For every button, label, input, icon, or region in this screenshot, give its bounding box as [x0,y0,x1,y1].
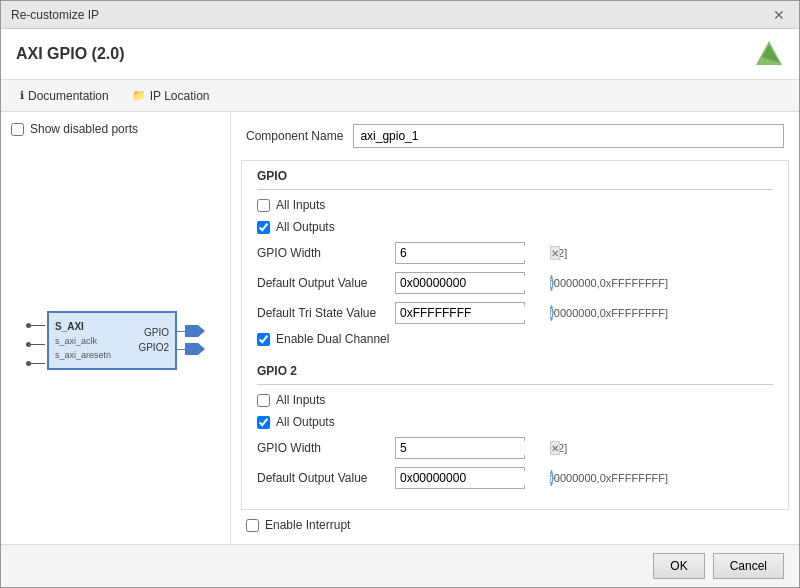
comp-name-row: Component Name [231,112,799,160]
default-output-info-icon[interactable]: i [550,275,553,291]
ip-location-button[interactable]: 📁 IP Location [128,87,214,105]
enable-interrupt-checkbox[interactable] [246,519,259,532]
gpio-all-outputs-checkbox[interactable] [257,221,270,234]
comp-name-label: Component Name [246,129,343,143]
aclk-connector [26,342,45,347]
enable-interrupt-section: Enable Interrupt [231,510,799,544]
gpio-all-inputs-row: All Inputs [257,198,773,212]
gpio2-all-inputs-row: All Inputs [257,393,773,407]
aresetn-connector [26,361,45,366]
toolbar: ℹ Documentation 📁 IP Location [1,80,799,112]
left-panel: Show disabled ports [1,112,231,544]
window-title: Re-customize IP [11,8,99,22]
gpio2-default-output-info-icon[interactable]: i [550,470,553,486]
gpio-width-input-wrapper: ✕ [395,242,525,264]
gpio2-all-inputs-checkbox[interactable] [257,394,270,407]
gpio2-width-input[interactable] [400,441,550,455]
default-output-label: Default Output Value [257,276,387,290]
gpio-all-inputs-checkbox[interactable] [257,199,270,212]
title-bar: Re-customize IP ✕ [1,1,799,29]
h-line-2 [31,344,45,345]
gpio-width-label: GPIO Width [257,246,387,260]
main-window: Re-customize IP ✕ AXI GPIO (2.0) ℹ Docum… [0,0,800,588]
right-connectors [177,325,205,355]
gpio2-all-outputs-checkbox[interactable] [257,416,270,429]
gpio2-default-output-range: [0x00000000,0xFFFFFFFF] [533,472,668,484]
aclk-label: s_axi_aclk [55,336,111,346]
documentation-button[interactable]: ℹ Documentation [16,87,113,105]
gpio2-default-output-input[interactable] [400,471,550,485]
s-axi-label: S_AXI [55,321,111,332]
ip-block-wrapper: S_AXI s_axi_aclk s_axi_aresetn GPIO GPIO… [26,311,205,370]
arrow-right-1 [185,325,205,337]
gpio-all-inputs-label: All Inputs [276,198,325,212]
arrow-right-2 [185,343,205,355]
default-tri-input-wrapper: i [395,302,525,324]
show-ports-label: Show disabled ports [30,122,138,136]
header-section: AXI GPIO (2.0) [1,29,799,80]
enable-dual-label: Enable Dual Channel [276,332,389,346]
ip-location-label: IP Location [150,89,210,103]
enable-dual-row: Enable Dual Channel [257,332,773,346]
gpio2-section-header: GPIO 2 [257,356,773,385]
s-axi-connector [26,323,45,328]
ip-block-inner: S_AXI s_axi_aclk s_axi_aresetn GPIO GPIO… [55,321,169,360]
close-button[interactable]: ✕ [769,7,789,23]
gpio2-all-outputs-row: All Outputs [257,415,773,429]
arrow-line-2 [177,349,185,350]
comp-name-input[interactable] [353,124,784,148]
app-logo [754,39,784,69]
left-ports: S_AXI s_axi_aclk s_axi_aresetn [55,321,111,360]
h-line-1 [31,325,45,326]
config-panel: GPIO All Inputs All Outputs GPIO Width ✕… [241,160,789,510]
arrow-line-1 [177,331,185,332]
gpio-port: GPIO [144,327,169,338]
gpio2-default-output-label: Default Output Value [257,471,387,485]
gpio-port-label: GPIO [144,327,169,338]
documentation-label: Documentation [28,89,109,103]
default-output-range: [0x00000000,0xFFFFFFFF] [533,277,668,289]
gpio2-port-label: GPIO2 [138,342,169,353]
default-tri-label: Default Tri State Value [257,306,387,320]
gpio-arrow [177,325,205,337]
gpio2-all-inputs-label: All Inputs [276,393,325,407]
gpio2-width-clear-btn[interactable]: ✕ [550,441,560,455]
footer: OK Cancel [1,544,799,587]
default-tri-row: Default Tri State Value i [0x00000000,0x… [257,302,773,324]
gpio-section-header: GPIO [257,161,773,190]
aresetn-label: s_axi_aresetn [55,350,111,360]
gpio2-default-output-input-wrapper: i [395,467,525,489]
app-title: AXI GPIO (2.0) [16,45,124,63]
show-ports-checkbox[interactable] [11,123,24,136]
gpio-all-outputs-label: All Outputs [276,220,335,234]
block-diagram: S_AXI s_axi_aclk s_axi_aresetn GPIO GPIO… [11,146,220,534]
enable-interrupt-label: Enable Interrupt [265,518,350,532]
enable-dual-checkbox[interactable] [257,333,270,346]
right-ports: GPIO GPIO2 [138,327,169,353]
right-panel: Component Name GPIO All Inputs All Outpu… [231,112,799,544]
default-tri-range: [0x00000000,0xFFFFFFFF] [533,307,668,319]
gpio-all-outputs-row: All Outputs [257,220,773,234]
gpio-width-input[interactable] [400,246,550,260]
gpio2-port: GPIO2 [138,342,169,353]
cancel-button[interactable]: Cancel [713,553,784,579]
default-tri-info-icon[interactable]: i [550,305,553,321]
default-tri-input[interactable] [400,306,550,320]
show-ports-row: Show disabled ports [11,122,220,136]
gpio2-width-row: GPIO Width ✕ [1 - 32] [257,437,773,459]
location-icon: 📁 [132,89,146,102]
h-line-3 [31,363,45,364]
gpio2-width-label: GPIO Width [257,441,387,455]
gpio2-default-output-row: Default Output Value i [0x00000000,0xFFF… [257,467,773,489]
left-connectors [26,315,45,366]
gpio2-all-outputs-label: All Outputs [276,415,335,429]
gpio2-width-input-wrapper: ✕ [395,437,525,459]
default-output-input[interactable] [400,276,550,290]
gpio-width-clear-btn[interactable]: ✕ [550,246,560,260]
default-output-row: Default Output Value i [0x00000000,0xFFF… [257,272,773,294]
content-area: Show disabled ports [1,112,799,544]
gpio2-arrow [177,343,205,355]
ok-button[interactable]: OK [653,553,704,579]
ip-block: S_AXI s_axi_aclk s_axi_aresetn GPIO GPIO… [47,311,177,370]
gpio-width-row: GPIO Width ✕ [1 - 32] [257,242,773,264]
